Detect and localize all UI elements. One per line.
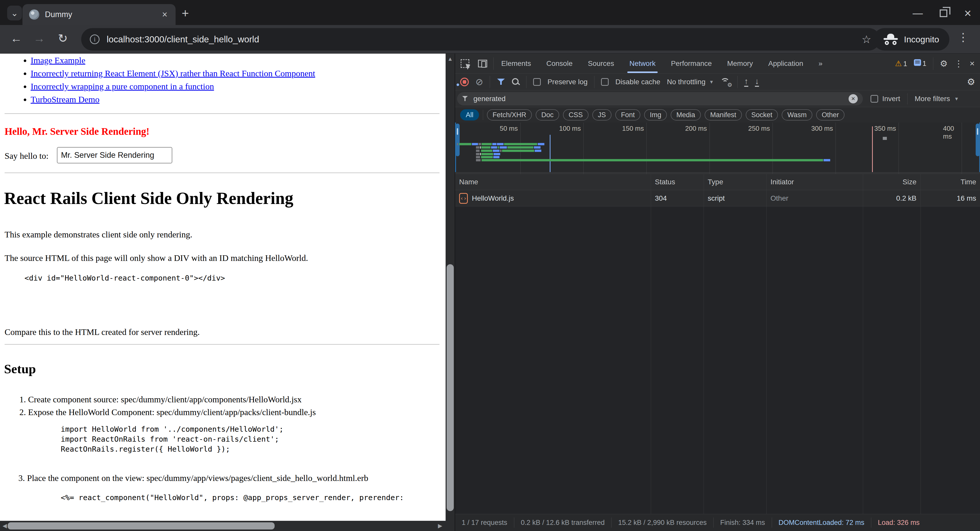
tab-close-icon[interactable]: × bbox=[161, 9, 169, 20]
request-table-row[interactable]: ‹›HelloWorld.js304scriptOther0.2 kB16 ms bbox=[455, 190, 980, 207]
cell-size: 0.2 kB bbox=[863, 194, 921, 203]
new-tab-button[interactable]: + bbox=[182, 7, 189, 19]
code-line: import ReactOnRails from 'react-on-rails… bbox=[61, 434, 283, 444]
more-tabs-button[interactable]: » bbox=[811, 54, 830, 73]
page-link[interactable]: Incorrectly returning React Element (JSX… bbox=[30, 69, 315, 78]
column-header-size[interactable]: Size bbox=[863, 178, 921, 186]
page-link[interactable]: TurboStream Demo bbox=[30, 95, 100, 104]
issues-badge[interactable]: 1 bbox=[914, 59, 926, 68]
horizontal-scrollbar-thumb[interactable] bbox=[8, 522, 275, 529]
search-icon[interactable] bbox=[512, 78, 520, 86]
column-header-status[interactable]: Status bbox=[651, 178, 703, 186]
load-event-marker-line bbox=[872, 126, 873, 173]
warnings-badge[interactable]: ⚠1 bbox=[895, 59, 907, 68]
scroll-down-icon[interactable]: ▼ bbox=[445, 505, 455, 512]
overview-left-grip[interactable] bbox=[455, 124, 460, 156]
chip-js[interactable]: JS bbox=[592, 109, 612, 121]
chip-font[interactable]: Font bbox=[615, 109, 640, 121]
tab-application[interactable]: Application bbox=[760, 54, 811, 73]
incognito-badge: Incognito bbox=[873, 28, 950, 51]
chip-other[interactable]: Other bbox=[816, 109, 845, 121]
vertical-scrollbar[interactable]: ▲ ▼ bbox=[445, 54, 455, 521]
network-conditions-icon[interactable]: ⚙ bbox=[719, 78, 731, 86]
chip-css[interactable]: CSS bbox=[563, 109, 589, 121]
throttling-select[interactable]: No throttling ▾ bbox=[667, 78, 713, 86]
chevron-down-icon: ▾ bbox=[710, 79, 713, 85]
code-line: import HelloWorld from '../components/He… bbox=[61, 424, 283, 434]
network-overview-waterfall[interactable]: 50 ms100 ms150 ms200 ms250 ms300 ms350 m… bbox=[455, 123, 980, 174]
column-header-name[interactable]: Name bbox=[455, 178, 651, 186]
more-filters-button[interactable]: More filters ▾ bbox=[915, 95, 958, 103]
record-button[interactable] bbox=[460, 78, 469, 86]
column-header-initiator[interactable]: Initiator bbox=[767, 178, 863, 186]
network-settings-gear-icon[interactable]: ⚙ bbox=[967, 77, 975, 87]
devtools-close-icon[interactable]: × bbox=[969, 59, 975, 69]
waterfall-bar-segment bbox=[498, 146, 499, 148]
chip-media[interactable]: Media bbox=[671, 109, 701, 121]
url-text[interactable]: localhost:3000/client_side_hello_world bbox=[107, 34, 862, 45]
browser-tab[interactable]: Dummy × bbox=[22, 4, 176, 25]
resources-size: 15.2 kB / 2,990 kB resources bbox=[611, 517, 714, 528]
horizontal-scrollbar[interactable]: ◀ ▶ bbox=[0, 521, 455, 531]
invert-checkbox[interactable] bbox=[870, 95, 878, 103]
tab-sources[interactable]: Sources bbox=[580, 54, 622, 73]
back-button[interactable]: ← bbox=[7, 29, 25, 48]
tab-search-button[interactable]: ⌄ bbox=[7, 6, 22, 21]
scroll-up-icon[interactable]: ▲ bbox=[445, 56, 455, 62]
site-info-icon[interactable]: i bbox=[90, 35, 100, 44]
restore-button[interactable] bbox=[940, 10, 947, 17]
filter-input[interactable]: generated × bbox=[457, 92, 863, 105]
tab-elements[interactable]: Elements bbox=[493, 54, 539, 73]
filter-text[interactable]: generated bbox=[473, 95, 844, 103]
chip-wasm[interactable]: Wasm bbox=[782, 109, 812, 121]
page-viewport: Image ExampleIncorrectly returning React… bbox=[0, 54, 445, 521]
say-hello-label: Say hello to: bbox=[5, 151, 48, 161]
column-header-type[interactable]: Type bbox=[703, 178, 767, 186]
page-link[interactable]: Image Example bbox=[30, 56, 85, 65]
chip-doc[interactable]: Doc bbox=[536, 109, 559, 121]
address-bar[interactable]: i localhost:3000/client_side_hello_world… bbox=[81, 28, 880, 51]
clear-network-log-icon[interactable]: ⊘ bbox=[476, 77, 483, 86]
vertical-scrollbar-thumb[interactable] bbox=[447, 264, 454, 511]
tab-console[interactable]: Console bbox=[539, 54, 580, 73]
import-har-icon[interactable]: ↑ bbox=[744, 77, 748, 87]
preserve-log-checkbox[interactable] bbox=[533, 78, 541, 86]
tab-performance[interactable]: Performance bbox=[663, 54, 719, 73]
disable-cache-checkbox[interactable] bbox=[601, 78, 609, 86]
scroll-right-icon[interactable]: ▶ bbox=[438, 523, 442, 529]
setup-item: Create component source: spec/dummy/clie… bbox=[28, 395, 316, 404]
page-link[interactable]: Incorrectly wrapping a pure component in… bbox=[30, 82, 214, 91]
scroll-left-icon[interactable]: ◀ bbox=[3, 523, 7, 529]
inspect-element-icon[interactable] bbox=[461, 59, 469, 68]
bookmark-star-icon[interactable]: ☆ bbox=[862, 33, 871, 46]
ruler-tick-label: 300 ms bbox=[811, 124, 835, 132]
waterfall-bar-segment bbox=[491, 146, 497, 148]
request-table-header: NameStatusTypeInitiatorSizeTime bbox=[455, 174, 980, 190]
browser-menu-icon[interactable]: ⋮ bbox=[958, 30, 969, 44]
chip-socket[interactable]: Socket bbox=[746, 109, 778, 121]
settings-gear-icon[interactable]: ⚙ bbox=[940, 59, 948, 69]
minimize-button[interactable]: — bbox=[913, 7, 923, 19]
chip-img[interactable]: Img bbox=[644, 109, 667, 121]
devtools-tab-bar: ElementsConsoleSourcesNetworkPerformance… bbox=[455, 54, 980, 73]
column-header-time[interactable]: Time bbox=[921, 178, 980, 186]
export-har-icon[interactable]: ↓ bbox=[755, 77, 759, 87]
forward-button[interactable]: → bbox=[30, 29, 48, 48]
hello-name-input[interactable] bbox=[57, 147, 172, 163]
chip-manifest[interactable]: Manifest bbox=[705, 109, 742, 121]
window-close-button[interactable]: × bbox=[964, 6, 971, 20]
reload-button[interactable]: ↻ bbox=[54, 29, 72, 48]
device-toolbar-icon[interactable] bbox=[478, 60, 487, 67]
globe-favicon-icon bbox=[29, 10, 39, 20]
clear-filter-icon[interactable]: × bbox=[849, 94, 858, 104]
tab-memory[interactable]: Memory bbox=[719, 54, 760, 73]
overview-right-grip[interactable] bbox=[976, 124, 980, 156]
tab-network[interactable]: Network bbox=[622, 54, 663, 73]
devtools-menu-icon[interactable]: ⋮ bbox=[954, 59, 963, 69]
filter-toggle-icon[interactable] bbox=[496, 78, 505, 86]
chip-all[interactable]: All bbox=[460, 109, 479, 121]
script-file-icon: ‹› bbox=[459, 193, 468, 204]
disable-cache-label: Disable cache bbox=[615, 78, 660, 86]
chip-fetchxhr[interactable]: Fetch/XHR bbox=[487, 109, 532, 121]
waterfall-bar-segment bbox=[493, 153, 500, 155]
